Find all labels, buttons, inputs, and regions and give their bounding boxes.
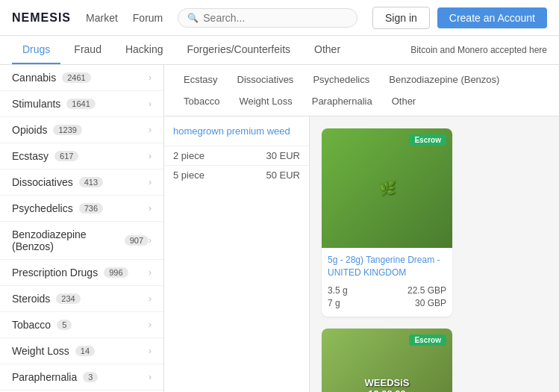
sub-tab-tobacco[interactable]: Tobacco xyxy=(176,93,227,110)
main-layout: Cannabis 2461 › Stimulants 1641 › Opioid… xyxy=(0,65,559,392)
sidebar-label-paraphernalia: Paraphernalia xyxy=(12,371,77,383)
sidebar-item-steroids[interactable]: Steroids 234 › xyxy=(0,286,163,312)
products-section: homegrown premium weed 2 piece 30 EUR 5 … xyxy=(164,116,559,392)
top-tabs: Drugs Fraud Hacking Forgeries/Counterfei… xyxy=(0,36,559,65)
sidebar-badge-paraphernalia: 3 xyxy=(83,372,98,382)
sign-in-button[interactable]: Sign in xyxy=(372,7,430,29)
chevron-right-icon: › xyxy=(149,235,152,246)
product-img-text-1: 🌿 xyxy=(379,180,396,196)
sub-tab-ecstasy[interactable]: Ecstasy xyxy=(176,71,225,88)
product-image-1: 🌿 Escrow xyxy=(322,128,452,248)
product-qty-1b: 7 g xyxy=(328,298,340,308)
left-product-qty-1: 2 piece xyxy=(173,150,204,161)
product-title-1[interactable]: 5g - 28g) Tangerine Dream - UNITED KINGD… xyxy=(328,254,446,279)
sidebar-item-prescription[interactable]: Prescription Drugs 996 › xyxy=(0,260,163,286)
search-bar: 🔍 xyxy=(178,8,357,28)
sidebar-label-tobacco: Tobacco xyxy=(12,319,51,331)
product-info-1: 5g - 28g) Tangerine Dream - UNITED KINGD… xyxy=(322,248,452,317)
sidebar-badge-benzos: 907 xyxy=(125,235,149,246)
sidebar-label-opioids: Opioids xyxy=(12,124,47,136)
sidebar-badge-weightloss: 14 xyxy=(75,346,95,356)
nav-forum[interactable]: Forum xyxy=(133,12,163,24)
left-product-row-1: 2 piece 30 EUR xyxy=(164,146,309,165)
sidebar-badge-ecstasy: 617 xyxy=(54,151,78,161)
tab-fraud[interactable]: Fraud xyxy=(63,36,112,64)
sidebar-badge-psychedelics: 736 xyxy=(79,203,103,214)
product-row-1b: 7 g 30 GBP xyxy=(328,298,446,308)
sidebar-badge-dissociatives: 413 xyxy=(79,177,103,187)
sidebar-label-dissociatives: Dissociatives xyxy=(12,176,73,188)
chevron-right-icon: › xyxy=(149,203,152,214)
sidebar-badge-prescription: 996 xyxy=(104,267,128,278)
sub-tab-other[interactable]: Other xyxy=(384,93,424,110)
sub-tab-weightloss[interactable]: Weight Loss xyxy=(231,93,299,110)
product-card-2: WEEDSiS13.08.23 Escrow Badazz Cookies OG… xyxy=(322,329,452,392)
sidebar-item-dissociatives[interactable]: Dissociatives 413 › xyxy=(0,169,163,196)
sidebar-label-prescription: Prescription Drugs xyxy=(12,267,98,279)
product-price-1a: 22.5 GBP xyxy=(407,285,446,296)
sidebar-label-steroids: Steroids xyxy=(12,293,50,305)
sidebar-item-benzos[interactable]: Benzodiazepine (Benzos) 907 › xyxy=(0,222,163,260)
chevron-right-icon: › xyxy=(149,72,152,83)
product-img-label-2: WEEDSiS13.08.23 xyxy=(365,377,410,392)
search-icon: 🔍 xyxy=(187,13,199,23)
bitcoin-note: Bitcoin and Monero accepted here xyxy=(410,37,547,63)
left-product-row-2: 5 piece 50 EUR xyxy=(164,165,309,184)
sidebar-badge-steroids: 234 xyxy=(56,293,80,304)
left-product-qty-2: 5 piece xyxy=(173,169,204,181)
chevron-right-icon: › xyxy=(149,320,152,330)
chevron-right-icon: › xyxy=(149,177,152,187)
sidebar-item-opioids[interactable]: Opioids 1239 › xyxy=(0,117,163,143)
sidebar-badge-stimulants: 1641 xyxy=(66,99,95,109)
product-price-1b: 30 GBP xyxy=(415,298,446,308)
left-product-title[interactable]: homegrown premium weed xyxy=(164,116,309,146)
sub-tab-paraphernalia[interactable]: Paraphernalia xyxy=(305,93,380,110)
search-input[interactable] xyxy=(203,12,348,24)
chevron-right-icon: › xyxy=(149,346,152,356)
tab-forgeries[interactable]: Forgeries/Counterfeits xyxy=(177,36,302,64)
sidebar-label-benzos: Benzodiazepine (Benzos) xyxy=(12,228,119,252)
sidebar-item-paraphernalia[interactable]: Paraphernalia 3 › xyxy=(0,364,163,391)
sidebar-item-weightloss[interactable]: Weight Loss 14 › xyxy=(0,338,163,364)
escrow-badge-2: Escrow xyxy=(409,335,446,346)
product-row-1a: 3.5 g 22.5 GBP xyxy=(328,285,446,296)
product-image-2: WEEDSiS13.08.23 Escrow xyxy=(322,329,452,392)
chevron-right-icon: › xyxy=(149,125,152,135)
chevron-right-icon: › xyxy=(149,267,152,278)
chevron-right-icon: › xyxy=(149,151,152,161)
left-product-price-1: 30 EUR xyxy=(266,150,300,161)
escrow-badge-1: Escrow xyxy=(409,134,446,146)
sidebar-badge-opioids: 1239 xyxy=(53,125,81,135)
product-qty-1a: 3.5 g xyxy=(328,285,348,296)
header-actions: Sign in Create an Account xyxy=(372,7,547,29)
sidebar-label-cannabis: Cannabis xyxy=(12,72,56,84)
top-tabs-list: Drugs Fraud Hacking Forgeries/Counterfei… xyxy=(12,36,351,64)
sidebar-item-stimulants[interactable]: Stimulants 1641 › xyxy=(0,91,163,117)
sub-tab-benzos[interactable]: Benzodiazepine (Benzos) xyxy=(381,71,507,88)
tab-drugs[interactable]: Drugs xyxy=(12,36,60,64)
left-product-price-2: 50 EUR xyxy=(266,169,300,181)
sidebar-label-psychedelics: Psychedelics xyxy=(12,202,73,214)
nav-market[interactable]: Market xyxy=(86,12,118,24)
sidebar-label-weightloss: Weight Loss xyxy=(12,345,69,357)
product-card-1: 🌿 Escrow 5g - 28g) Tangerine Dream - UNI… xyxy=(322,128,452,317)
tab-hacking[interactable]: Hacking xyxy=(115,36,174,64)
sidebar: Cannabis 2461 › Stimulants 1641 › Opioid… xyxy=(0,65,164,392)
left-product-card: homegrown premium weed 2 piece 30 EUR 5 … xyxy=(164,116,310,392)
sidebar-label-stimulants: Stimulants xyxy=(12,98,60,110)
sub-tabs: Ecstasy Dissociatives Psychedelics Benzo… xyxy=(164,65,559,116)
tab-other[interactable]: Other xyxy=(304,36,351,64)
chevron-right-icon: › xyxy=(149,293,152,304)
create-account-button[interactable]: Create an Account xyxy=(437,7,547,28)
chevron-right-icon: › xyxy=(149,372,152,382)
sub-tab-psychedelics[interactable]: Psychedelics xyxy=(305,71,377,88)
header: NEMESIS Market Forum 🔍 Sign in Create an… xyxy=(0,0,559,36)
sidebar-badge-tobacco: 5 xyxy=(57,320,72,330)
logo: NEMESIS xyxy=(12,11,71,25)
sidebar-item-ecstasy[interactable]: Ecstasy 617 › xyxy=(0,143,163,169)
sidebar-item-psychedelics[interactable]: Psychedelics 736 › xyxy=(0,196,163,222)
sidebar-item-cannabis[interactable]: Cannabis 2461 › xyxy=(0,65,163,91)
sidebar-item-tobacco[interactable]: Tobacco 5 › xyxy=(0,312,163,338)
content-area: Ecstasy Dissociatives Psychedelics Benzo… xyxy=(164,65,559,392)
sub-tab-dissociatives[interactable]: Dissociatives xyxy=(230,71,302,88)
